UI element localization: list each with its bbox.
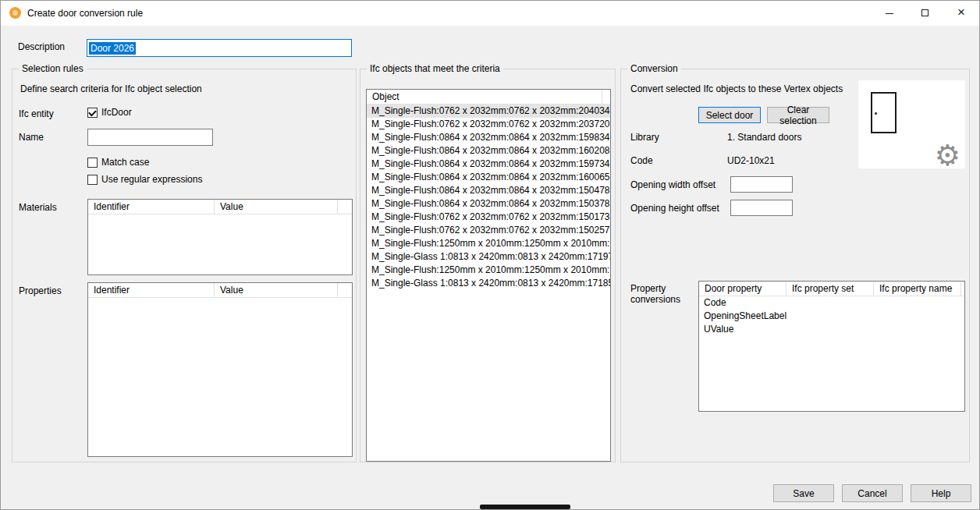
materials-table-header: Identifier Value [88,200,352,214]
opening-height-offset-input[interactable] [730,200,793,216]
property-conversions-header: Door property Ifc property set Ifc prope… [699,282,964,296]
library-value: 1. Standard doors [727,132,801,143]
code-label: Code [630,155,653,166]
close-button[interactable]: × [943,1,979,26]
selection-rules-subtitle: Define search criteria for Ifc object se… [20,83,202,94]
selection-rules-title: Selection rules [19,63,87,74]
match-case-checkbox[interactable]: Match case [87,157,149,168]
ifc-object-row[interactable]: M_Single-Flush:0762 x 2032mm:0762 x 2032… [367,118,610,131]
opening-height-offset-label: Opening height offset [630,203,719,214]
selection-rules-group: Selection rules Define search criteria f… [12,69,357,462]
conversion-title: Conversion [627,63,681,74]
ifc-object-row[interactable]: M_Single-Flush:1250mm x 2010mm:1250mm x … [367,237,610,250]
ifc-object-row[interactable]: M_Single-Flush:0864 x 2032mm:0864 x 2032… [367,171,610,184]
opening-width-offset-input[interactable] [730,176,793,193]
ifcdoor-checkbox[interactable]: IfcDoor [87,107,132,118]
ifc-object-row[interactable]: M_Single-Flush:1250mm x 2010mm:1250mm x … [367,264,610,277]
opening-width-offset-label: Opening width offset [630,179,715,190]
property-conversions-table[interactable]: Door property Ifc property set Ifc prope… [698,281,965,412]
help-button[interactable]: Help [911,484,971,502]
window-title: Create door conversion rule [27,1,143,26]
minimize-icon [886,13,893,14]
ifc-object-row[interactable]: M_Single-Flush:0762 x 2032mm:0762 x 2032… [367,211,610,224]
code-value: UD2-10x21 [727,155,775,166]
conversion-group: Conversion Convert selected Ifc objects … [620,69,970,462]
app-icon [9,7,21,19]
property-conversion-row[interactable]: UValue [699,323,964,336]
ifc-object-row[interactable]: M_Single-Flush:0762 x 2032mm:0762 x 2032… [367,104,610,118]
name-input[interactable] [87,129,213,146]
titlebar: Create door conversion rule × [1,1,979,26]
conversion-subtitle: Convert selected Ifc objects to these Ve… [630,83,843,94]
door-property-column-header[interactable]: Door property [699,282,786,296]
match-case-label: Match case [101,157,149,168]
door-preview: ⚙ [858,80,965,168]
ifc-property-set-column-header[interactable]: Ifc property set [786,282,874,296]
properties-label: Properties [19,285,62,296]
description-input[interactable]: Door 2026 [87,39,352,57]
materials-header-identifier[interactable]: Identifier [88,200,215,214]
checkbox-checked-icon [87,108,98,118]
door-icon [871,92,897,133]
ifc-object-list[interactable]: Object M_Single-Flush:0762 x 2032mm:0762… [366,89,611,462]
checkbox-unchecked-icon [87,158,98,168]
clear-selection-button[interactable]: Clear selection [767,107,829,123]
ifc-object-row[interactable]: M_Single-Flush:0864 x 2032mm:0864 x 2032… [367,158,610,171]
maximize-button[interactable] [907,1,943,26]
ifc-object-row[interactable]: M_Single-Flush:0864 x 2032mm:0864 x 2032… [367,144,610,158]
minimize-button[interactable] [872,1,907,26]
save-button[interactable]: Save [773,484,834,502]
properties-header-value[interactable]: Value [215,283,338,297]
materials-header-value[interactable]: Value [215,200,338,214]
checkbox-unchecked-icon [87,175,98,185]
ifc-objects-group: Ifc objects that meet the criteria Objec… [360,69,616,462]
ifc-object-row[interactable]: M_Single-Flush:0864 x 2032mm:0864 x 2032… [367,131,610,144]
use-regex-checkbox[interactable]: Use regular expressions [87,174,202,185]
property-conversion-row[interactable]: Code [699,296,964,310]
materials-label: Materials [19,202,57,213]
create-door-conversion-rule-dialog: Create door conversion rule × Descriptio… [0,0,980,510]
property-conversions-label: Property conversions [630,283,680,305]
ifc-object-list-header: Object [367,90,610,104]
cancel-button[interactable]: Cancel [842,484,903,502]
ifc-object-row[interactable]: M_Single-Flush:0762 x 2032mm:0762 x 2032… [367,224,610,237]
window-controls: × [872,1,979,26]
materials-table[interactable]: Identifier Value [87,199,353,275]
name-label: Name [19,132,44,143]
maximize-icon [921,9,929,16]
description-label: Description [18,41,65,52]
ifc-object-row[interactable]: M_Single-Flush:0864 x 2032mm:0864 x 2032… [367,197,610,211]
select-door-button[interactable]: Select door [698,107,761,123]
object-column-header[interactable]: Object [367,90,602,104]
properties-table[interactable]: Identifier Value [87,282,353,457]
property-conversion-row[interactable]: OpeningSheetLabel [699,310,964,323]
gear-icon[interactable]: ⚙ [935,141,960,170]
description-value: Door 2026 [89,42,136,55]
ifc-entity-label: Ifc entity [19,108,54,119]
properties-header-identifier[interactable]: Identifier [88,283,215,297]
ifc-object-row[interactable]: M_Single-Glass 1:0813 x 2420mm:0813 x 24… [367,277,610,290]
library-label: Library [630,132,659,143]
taskbar-fragment [480,505,570,509]
ifc-object-row[interactable]: M_Single-Flush:0864 x 2032mm:0864 x 2032… [367,184,610,197]
ifc-objects-title: Ifc objects that meet the criteria [367,63,503,74]
ifcdoor-checkbox-label: IfcDoor [101,107,132,118]
ifc-property-name-column-header[interactable]: Ifc property name [874,282,961,296]
ifc-object-row[interactable]: M_Single-Glass 1:0813 x 2420mm:0813 x 24… [367,250,610,264]
use-regex-label: Use regular expressions [101,174,202,185]
door-knob-icon [875,112,877,115]
properties-table-header: Identifier Value [88,283,352,298]
